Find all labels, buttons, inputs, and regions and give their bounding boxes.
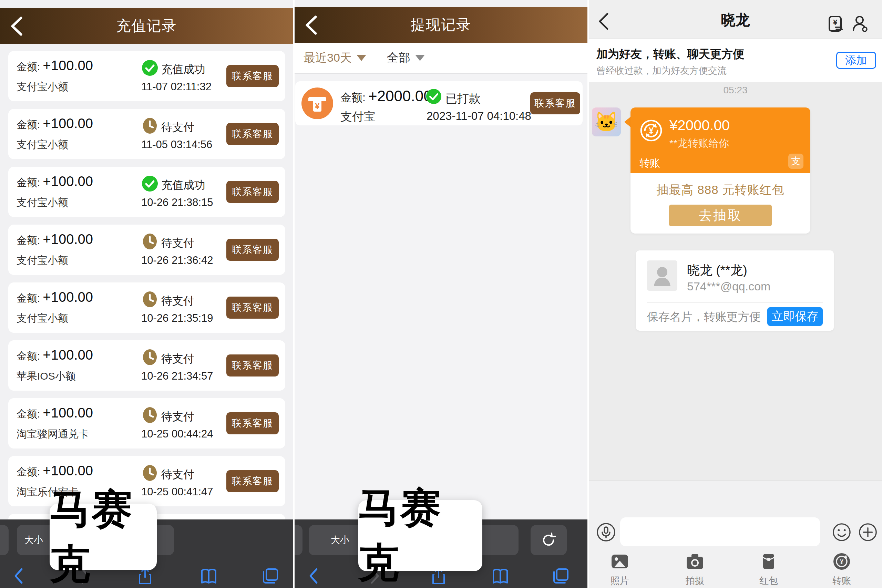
toolbar-item-label[interactable]: 红包 [759, 574, 778, 587]
payment-method: 支付宝小额 [16, 80, 68, 94]
save-now-button[interactable]: 立即保存 [767, 307, 823, 326]
back-icon[interactable] [304, 15, 318, 35]
camera-icon[interactable] [685, 552, 705, 571]
contact-support-button[interactable]: 联系客服 [226, 470, 279, 492]
svg-text:¥: ¥ [840, 558, 843, 565]
amount-row: 金额: +100.00 [16, 405, 93, 421]
transfer-circle-icon: ¥ [639, 118, 663, 142]
red-packet-tool-icon[interactable] [759, 552, 778, 571]
filter-date-range[interactable]: 最近30天 [303, 50, 366, 66]
record-time: 11-07 02:11:32 [141, 81, 212, 93]
payment-method: 支付宝小额 [16, 196, 68, 210]
contact-card[interactable]: 晓龙 (**龙) 574***@qq.com 保存名片，转账更方便 立即保存 [636, 250, 834, 331]
transfer-bubble-top: ¥ ¥2000.00 **龙转账给你 转账 支 [630, 108, 810, 173]
contact-support-button[interactable]: 联系客服 [226, 297, 279, 319]
sender-avatar[interactable]: 🐱 [592, 108, 621, 136]
contact-support-button[interactable]: 联系客服 [226, 65, 279, 87]
emoji-icon[interactable] [832, 523, 851, 542]
toolbar-item-label[interactable]: 拍摄 [686, 574, 704, 587]
page-title: 充值记录 [117, 16, 177, 36]
amount-value: +100.00 [43, 405, 93, 421]
alipay-logo: 支 [788, 154, 804, 169]
payment-method: 支付宝小额 [16, 254, 68, 268]
record-card: 金额: +100.00 苹果IOS小额 待支付 10-26 21:34:57 [8, 340, 285, 391]
card-divider [647, 303, 823, 303]
screenshot-root: 充值记录 金额: +100.00 支付宝小额 [0, 0, 882, 588]
photos-icon[interactable] [610, 552, 630, 571]
reload-icon[interactable] [540, 532, 557, 548]
status-text: 待支付 [161, 236, 194, 251]
mosaic-sticker: 马赛克 [358, 500, 482, 571]
contact-support-button[interactable]: 联系客服 [530, 92, 580, 114]
amount-value: +100.00 [43, 463, 93, 478]
chat-header: 晓龙 ¥ [589, 0, 882, 39]
contact-support-button[interactable]: 联系客服 [226, 412, 279, 434]
contact-support-button[interactable]: 联系客服 [226, 239, 279, 261]
voice-input-icon[interactable] [596, 522, 616, 542]
contact-support-button[interactable]: 联系客服 [226, 181, 279, 203]
transfer-promo-section: 抽最高 888 元转账红包 去抽取 [630, 173, 810, 234]
message-input[interactable] [620, 518, 820, 546]
add-friend-button[interactable]: 添加 [836, 52, 876, 69]
amount-row: 金额: +100.00 [16, 290, 93, 306]
promo-text: 抽最高 888 元转账红包 [630, 182, 810, 198]
record-card: 金额: +100.00 支付宝小额 待支付 10-26 21:36:42 [8, 225, 285, 275]
payment-method: 苹果IOS小额 [16, 369, 76, 383]
toolbar-item-label[interactable]: 照片 [610, 574, 629, 587]
status-strip [0, 0, 293, 8]
record-time: 10-25 00:44:24 [141, 428, 213, 440]
amount-value: +100.00 [43, 231, 93, 247]
transfer-message-bubble[interactable]: ¥ ¥2000.00 **龙转账给你 转账 支 抽最高 888 元转账红包 去抽… [630, 108, 810, 234]
contact-profile-icon[interactable] [850, 15, 868, 32]
transfer-bill-icon[interactable]: ¥ [828, 15, 844, 32]
amount-row: 金额: +100.00 [16, 58, 93, 74]
amount-row: 金额: +100.00 [16, 463, 93, 479]
transfer-footer-label: 转账 [639, 156, 660, 171]
back-nav-icon[interactable] [10, 567, 28, 585]
amount-label: 金额: [16, 465, 40, 479]
toolbar-item-label[interactable]: 转账 [832, 574, 851, 587]
withdraw-header: 提现记录 [295, 7, 587, 43]
success-check-icon [426, 89, 441, 105]
add-friend-banner: 加为好友，转账、聊天更方便 曾经收过款，加为好友方便交流 添加 [589, 39, 882, 82]
tabs-icon[interactable] [552, 567, 570, 585]
amount-value: +100.00 [43, 116, 93, 131]
success-check-icon [142, 176, 158, 192]
contact-support-button[interactable]: 联系客服 [226, 123, 279, 145]
back-icon[interactable] [10, 16, 23, 36]
status-text: 已打款 [446, 91, 481, 107]
filter-type[interactable]: 全部 [387, 50, 425, 66]
page-title: 提现记录 [411, 15, 471, 34]
withdraw-records-panel: 提现记录 最近30天 全部 ¥ 金额: +200 [295, 0, 587, 588]
pending-clock-icon [142, 118, 158, 134]
svg-text:¥: ¥ [649, 126, 654, 135]
bookmarks-icon[interactable] [491, 567, 509, 585]
draw-red-packet-button[interactable]: 去抽取 [669, 205, 772, 226]
amount-label: 金额: [16, 176, 40, 190]
banner-subtitle: 曾经收过款，加为好友方便交流 [596, 64, 727, 77]
back-nav-icon[interactable] [305, 567, 323, 585]
status-text: 待支付 [161, 120, 194, 135]
amount-label: 金额: [16, 118, 40, 132]
amount-row: 金额: +100.00 [16, 347, 93, 363]
contact-support-button[interactable]: 联系客服 [226, 354, 279, 376]
chat-timestamp: 05:23 [589, 85, 882, 96]
payment-method: 支付宝 [340, 109, 375, 125]
svg-text:¥: ¥ [833, 18, 837, 27]
reload-piece[interactable] [531, 525, 567, 555]
tabs-icon[interactable] [261, 567, 279, 585]
contact-avatar-placeholder [647, 260, 677, 291]
status-text: 待支付 [161, 467, 194, 482]
record-time: 2023-11-07 04:10:48 [426, 110, 531, 123]
more-actions-plus-icon[interactable] [859, 523, 877, 542]
filter-type-label: 全部 [387, 50, 410, 66]
payment-method: 支付宝小额 [16, 138, 68, 152]
success-check-icon [142, 60, 158, 76]
recharge-header: 充值记录 [0, 8, 293, 44]
mosaic-sticker: 马赛克 [50, 504, 157, 570]
pending-clock-icon [142, 349, 158, 365]
bookmarks-icon[interactable] [200, 567, 218, 585]
amount-label: 金额: [16, 407, 40, 421]
transfer-tool-icon[interactable]: ¥ [832, 552, 851, 571]
amount-row: 金额: +2000.00 [340, 87, 432, 105]
